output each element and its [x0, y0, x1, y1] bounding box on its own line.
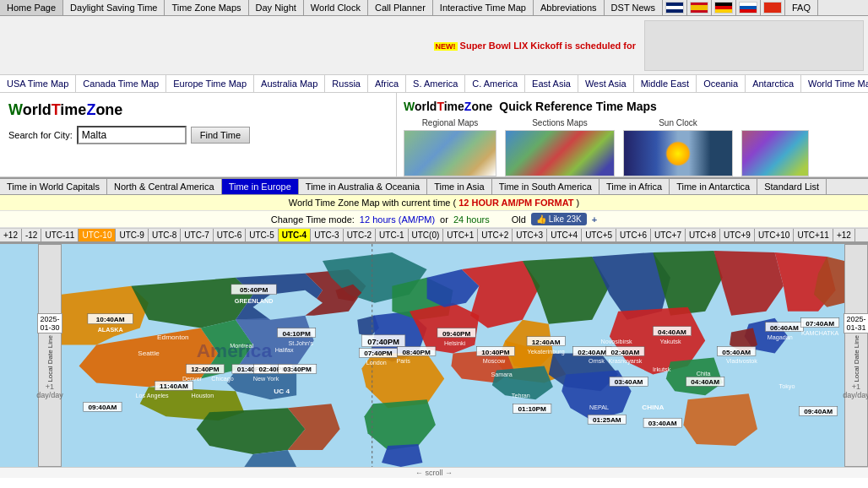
subnav-middle-east[interactable]: Middle East — [634, 75, 697, 92]
utc-plus7[interactable]: UTC+7 — [651, 229, 686, 241]
utc-minus11[interactable]: UTC-11 — [41, 229, 79, 241]
region-standard-list[interactable]: Standard List — [757, 179, 827, 194]
utc-0[interactable]: UTC(0) — [409, 229, 444, 241]
region-australia-oceania[interactable]: Time in Australia & Oceania — [299, 179, 427, 194]
region-asia[interactable]: Time in Asia — [427, 179, 492, 194]
day-label-right: day/day — [843, 391, 868, 399]
nav-abbrev[interactable]: Abbreviations — [534, 0, 605, 15]
utc-plus3[interactable]: UTC+3 — [513, 229, 547, 241]
subnav-west-asia[interactable]: West Asia — [578, 75, 634, 92]
nav-interactive[interactable]: Interactive Time Map — [433, 0, 534, 15]
svg-text:02:40AM: 02:40AM — [578, 349, 606, 356]
nav-worldclock[interactable]: World Clock — [304, 0, 368, 15]
subnav-s-america[interactable]: S. America — [406, 75, 465, 92]
nav-home[interactable]: Home Page — [0, 0, 63, 15]
svg-text:Seattle: Seattle — [138, 350, 160, 358]
quick-ref-title: Quick Reference Time Maps — [499, 100, 656, 113]
utc-plus1[interactable]: UTC+1 — [443, 229, 478, 241]
utc-minus4[interactable]: UTC-4 — [279, 229, 311, 241]
subnav-antarctica[interactable]: Antarctica — [746, 75, 801, 92]
utc-plus8[interactable]: UTC+8 — [686, 229, 720, 241]
qr-logo-time: T — [437, 100, 443, 113]
nav-tzm[interactable]: Time Zone Maps — [165, 0, 248, 15]
flag-cn[interactable] — [761, 0, 785, 15]
advertisement — [644, 20, 864, 71]
region-north-central-america[interactable]: North & Central America — [107, 179, 222, 194]
utc-plus12-right[interactable]: +12 — [833, 229, 855, 241]
mode-12h[interactable]: 12 hours (AM/PM) — [360, 214, 435, 225]
utc-plus6[interactable]: UTC+6 — [616, 229, 651, 241]
svg-text:04:10PM: 04:10PM — [282, 330, 311, 338]
continent-map-thumb[interactable] — [741, 130, 809, 176]
regional-maps-thumb[interactable] — [404, 130, 496, 176]
subnav-east-asia[interactable]: East Asia — [525, 75, 578, 92]
subnav-c-america[interactable]: C. America — [465, 75, 525, 92]
utc-minus9[interactable]: UTC-9 — [116, 229, 148, 241]
change-mode-row: Change Time mode: 12 hours (AM/PM) or 24… — [0, 211, 868, 228]
svg-text:06:40AM: 06:40AM — [770, 324, 799, 332]
mode-24h[interactable]: 24 hours — [453, 214, 490, 225]
ru-flag-icon — [739, 2, 757, 14]
utc-plus9[interactable]: UTC+9 — [720, 229, 755, 241]
utc-minus3[interactable]: UTC-3 — [311, 229, 343, 241]
utc-plus11[interactable]: UTC+11 — [794, 229, 833, 241]
svg-text:St.John's: St.John's — [289, 340, 314, 347]
subnav-russia[interactable]: Russia — [325, 75, 368, 92]
region-world-capitals[interactable]: Time in World Capitals — [0, 179, 107, 194]
svg-text:09:40AM: 09:40AM — [804, 408, 833, 415]
utc-plus2[interactable]: UTC+2 — [478, 229, 513, 241]
svg-text:03:40PM: 03:40PM — [283, 366, 312, 374]
svg-text:07:40PM: 07:40PM — [367, 338, 399, 346]
utc-minus7[interactable]: UTC-7 — [181, 229, 213, 241]
utc-minus1[interactable]: UTC-1 — [376, 229, 408, 241]
svg-text:Novosibirsk: Novosibirsk — [601, 339, 633, 345]
region-africa[interactable]: Time in Africa — [599, 179, 670, 194]
subnav-europe[interactable]: Europe Time Map — [166, 75, 254, 92]
region-south-america[interactable]: Time in South America — [492, 179, 599, 194]
utc-minus2[interactable]: UTC-2 — [344, 229, 376, 241]
flag-de[interactable] — [712, 0, 736, 15]
flag-es[interactable] — [687, 0, 712, 15]
like-button[interactable]: 👍 Like 23K — [531, 213, 587, 225]
region-antarctica[interactable]: Time in Antarctica — [670, 179, 757, 194]
utc-minus5[interactable]: UTC-5 — [246, 229, 278, 241]
find-time-button[interactable]: Find Time — [191, 127, 250, 144]
utc-plus12-left[interactable]: +12 — [0, 229, 22, 241]
nav-dstnews[interactable]: DST News — [605, 0, 663, 15]
like-plus[interactable]: + — [592, 214, 597, 225]
nav-faq[interactable]: FAQ — [785, 0, 818, 15]
nav-daynight[interactable]: Day Night — [249, 0, 304, 15]
region-europe[interactable]: Time in Europe — [222, 179, 299, 194]
utc-plus10[interactable]: UTC+10 — [755, 229, 795, 241]
svg-text:05:40PM: 05:40PM — [240, 286, 269, 294]
utc-minus6[interactable]: UTC-6 — [214, 229, 246, 241]
change-prefix: Change Time mode: — [271, 214, 355, 225]
sun-clock-thumb[interactable] — [623, 130, 733, 176]
subnav-world[interactable]: World Time Map — [801, 75, 868, 92]
utc-minus12[interactable]: -12 — [22, 229, 41, 241]
svg-text:UC 4: UC 4 — [274, 388, 290, 396]
svg-text:KAMCHATKA: KAMCHATKA — [801, 330, 839, 337]
plus1-label-left: +1 — [46, 382, 54, 391]
search-input[interactable] — [77, 126, 187, 144]
subnav-usa[interactable]: USA Time Map — [0, 75, 76, 92]
sections-maps-thumb[interactable] — [505, 130, 615, 176]
nav-dst[interactable]: Daylight Saving Time — [63, 0, 165, 15]
subnav-africa[interactable]: Africa — [368, 75, 406, 92]
flag-uk[interactable] — [663, 0, 687, 15]
subnav-canada[interactable]: Canada Time Map — [76, 75, 166, 92]
subnav-oceania[interactable]: Oceania — [697, 75, 746, 92]
subnav-australia[interactable]: Australia Map — [254, 75, 325, 92]
nav-callplanner[interactable]: Call Planner — [368, 0, 433, 15]
svg-text:Vladivostok: Vladivostok — [726, 359, 757, 366]
utc-minus8[interactable]: UTC-8 — [149, 229, 181, 241]
utc-plus5[interactable]: UTC+5 — [582, 229, 616, 241]
utc-plus4[interactable]: UTC+4 — [547, 229, 582, 241]
region-navigation: Time in World Capitals North & Central A… — [0, 177, 868, 195]
logo-world: W — [8, 101, 23, 118]
flag-ru[interactable] — [736, 0, 761, 15]
svg-text:NEPAL: NEPAL — [589, 404, 609, 411]
svg-text:Samara: Samara — [491, 372, 513, 379]
utc-minus10[interactable]: UTC-10 — [79, 229, 116, 241]
es-flag-icon — [690, 2, 708, 14]
